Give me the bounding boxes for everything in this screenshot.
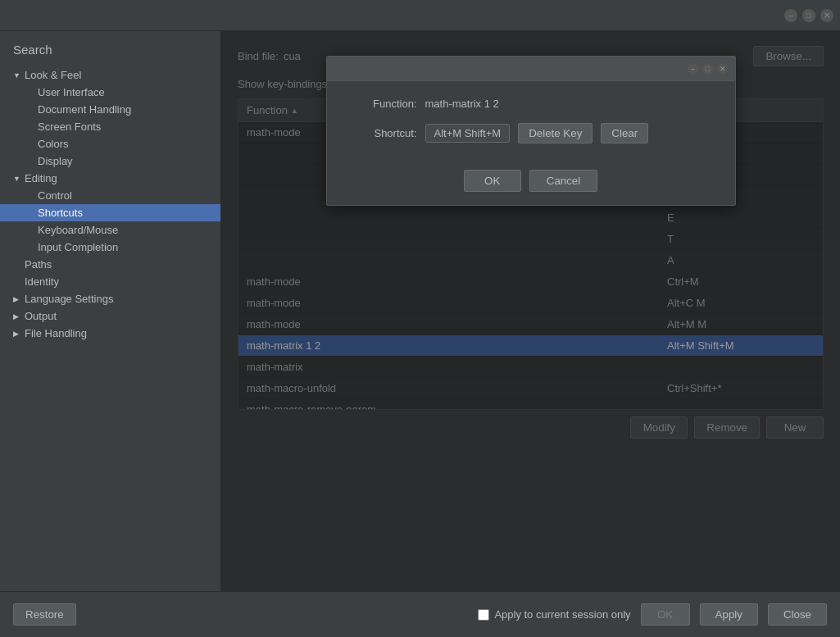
sidebar-item-look-feel[interactable]: ▼Look & Feel [0, 66, 220, 84]
editing-label: Editing [25, 172, 57, 184]
modal-function-value: math-matrix 1 2 [425, 98, 719, 110]
restore-button[interactable]: Restore [13, 603, 76, 626]
sidebar-item-editing[interactable]: ▼Editing [0, 170, 220, 187]
close-button[interactable]: ✕ [820, 9, 833, 22]
modal-body: Function: math-matrix 1 2 Shortcut: Alt+… [327, 81, 735, 170]
sidebar-item-document-handling[interactable]: Document Handling [0, 101, 220, 118]
output-label: Output [25, 310, 57, 322]
sidebar-item-language-settings[interactable]: ▶Language Settings [0, 290, 220, 307]
maximize-button[interactable]: □ [802, 9, 815, 22]
control-label: Control [38, 189, 72, 202]
modal-overlay: – □ ✕ Function: math-matrix 1 2 Shortcut… [221, 31, 840, 591]
modal-footer: OK Cancel [327, 170, 735, 205]
footer: Restore Apply to current session only OK… [0, 591, 840, 637]
sidebar: Search ▼Look & FeelUser InterfaceDocumen… [0, 31, 221, 591]
modal-minimize-button[interactable]: – [688, 63, 699, 75]
clear-shortcut-button[interactable]: Clear [601, 123, 648, 143]
screen-fonts-label: Screen Fonts [38, 121, 101, 133]
display-label: Display [38, 155, 73, 167]
paths-label: Paths [25, 258, 52, 271]
input-completion-label: Input Completion [38, 241, 118, 253]
session-checkbox[interactable] [478, 609, 489, 621]
editing-arrow-icon: ▼ [13, 175, 21, 183]
language-settings-label: Language Settings [25, 293, 113, 305]
minimize-button[interactable]: – [784, 9, 797, 22]
sidebar-item-paths[interactable]: Paths [0, 256, 220, 273]
modal-shortcut-display[interactable]: Alt+M Shift+M [425, 124, 511, 143]
keyboard-mouse-label: Keyboard/Mouse [38, 224, 118, 236]
modal-function-row: Function: math-matrix 1 2 [343, 98, 719, 110]
modal-shortcut-row: Shortcut: Alt+M Shift+M Delete Key Clear [343, 123, 719, 143]
sidebar-item-user-interface[interactable]: User Interface [0, 84, 220, 101]
output-arrow-icon: ▶ [13, 312, 21, 321]
footer-close-button[interactable]: Close [768, 603, 827, 626]
file-handling-arrow-icon: ▶ [13, 330, 21, 338]
sidebar-tree: ▼Look & FeelUser InterfaceDocument Handl… [0, 66, 220, 342]
session-check: Apply to current session only [478, 608, 630, 621]
sidebar-item-output[interactable]: ▶Output [0, 307, 220, 325]
title-bar: – □ ✕ [0, 0, 840, 31]
sidebar-item-keyboard-mouse[interactable]: Keyboard/Mouse [0, 221, 220, 239]
main-layout: Search ▼Look & FeelUser InterfaceDocumen… [0, 31, 840, 591]
modal-shortcut-label: Shortcut: [343, 127, 417, 139]
session-label: Apply to current session only [494, 608, 630, 621]
edit-shortcut-modal: – □ ✕ Function: math-matrix 1 2 Shortcut… [326, 56, 736, 206]
identity-label: Identity [25, 275, 59, 288]
modal-cancel-button[interactable]: Cancel [529, 170, 598, 192]
user-interface-label: User Interface [38, 86, 105, 98]
sidebar-search-label: Search [0, 39, 220, 66]
sidebar-item-shortcuts[interactable]: Shortcuts [0, 204, 220, 221]
sidebar-item-file-handling[interactable]: ▶File Handling [0, 325, 220, 342]
document-handling-label: Document Handling [38, 103, 131, 116]
delete-key-button[interactable]: Delete Key [518, 123, 593, 143]
sidebar-item-screen-fonts[interactable]: Screen Fonts [0, 118, 220, 135]
content-area: Bind file: cua Browse... Show key-bindin… [221, 31, 840, 591]
sidebar-item-identity[interactable]: Identity [0, 273, 220, 290]
modal-maximize-button[interactable]: □ [702, 63, 714, 75]
footer-ok-button[interactable]: OK [641, 603, 690, 626]
language-settings-arrow-icon: ▶ [13, 295, 21, 303]
look-feel-label: Look & Feel [25, 69, 81, 81]
modal-titlebar: – □ ✕ [327, 57, 735, 81]
modal-function-label: Function: [343, 98, 417, 110]
sidebar-item-colors[interactable]: Colors [0, 135, 220, 152]
file-handling-label: File Handling [25, 327, 87, 339]
colors-label: Colors [38, 138, 69, 150]
sidebar-item-input-completion[interactable]: Input Completion [0, 239, 220, 256]
modal-ok-button[interactable]: OK [464, 170, 521, 192]
shortcuts-label: Shortcuts [38, 207, 83, 219]
look-feel-arrow-icon: ▼ [13, 71, 21, 80]
sidebar-item-display[interactable]: Display [0, 152, 220, 170]
sidebar-item-control[interactable]: Control [0, 187, 220, 204]
modal-close-button[interactable]: ✕ [717, 63, 729, 75]
footer-apply-button[interactable]: Apply [700, 603, 758, 626]
